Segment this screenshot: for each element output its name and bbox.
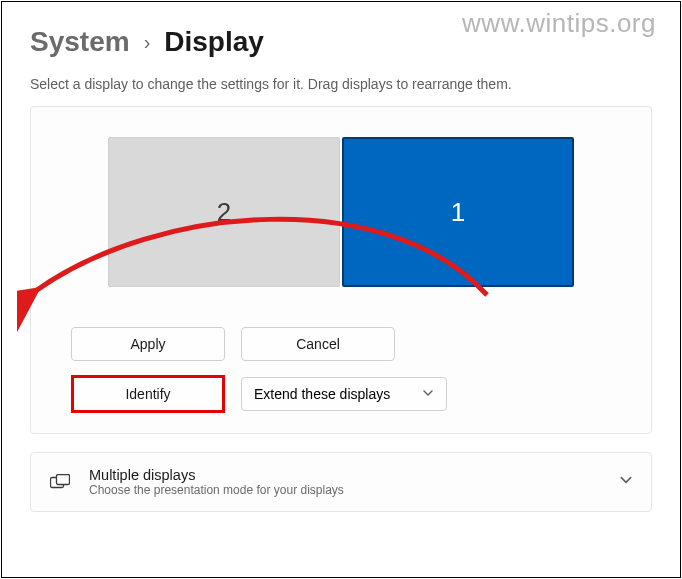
apply-button[interactable]: Apply bbox=[71, 327, 225, 361]
multiple-displays-icon bbox=[49, 474, 71, 490]
display-mode-selected: Extend these displays bbox=[254, 386, 390, 402]
display-mode-select[interactable]: Extend these displays bbox=[241, 377, 447, 411]
svg-rect-1 bbox=[57, 475, 70, 485]
monitor-arrangement[interactable]: 2 1 bbox=[51, 137, 631, 287]
multiple-displays-title: Multiple displays bbox=[89, 467, 601, 483]
chevron-right-icon: › bbox=[144, 31, 151, 54]
multiple-displays-subtitle: Choose the presentation mode for your di… bbox=[89, 483, 601, 497]
breadcrumb-parent[interactable]: System bbox=[30, 26, 130, 58]
display-arrangement-panel: 2 1 Apply Cancel Identify Extend these d… bbox=[30, 106, 652, 434]
breadcrumb-current: Display bbox=[164, 26, 264, 58]
display-monitor-2[interactable]: 2 bbox=[108, 137, 340, 287]
display-monitor-1[interactable]: 1 bbox=[342, 137, 574, 287]
chevron-down-icon bbox=[619, 473, 633, 491]
watermark-text: www.wintips.org bbox=[462, 8, 656, 39]
cancel-button[interactable]: Cancel bbox=[241, 327, 395, 361]
multiple-displays-expander[interactable]: Multiple displays Choose the presentatio… bbox=[30, 452, 652, 512]
instruction-text: Select a display to change the settings … bbox=[30, 76, 652, 92]
chevron-down-icon bbox=[422, 386, 434, 402]
identify-button[interactable]: Identify bbox=[71, 375, 225, 413]
